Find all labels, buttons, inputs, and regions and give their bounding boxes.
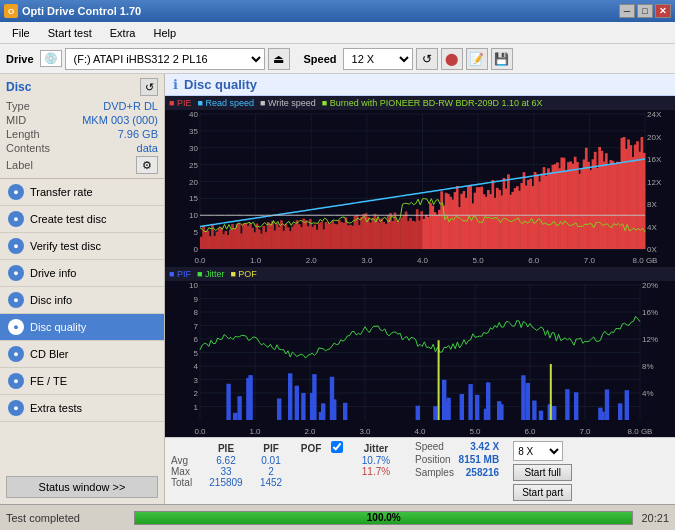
disc-erase-button[interactable]: ⬤ <box>441 48 463 70</box>
app-icon: O <box>4 4 18 18</box>
action-buttons: 8 X Start full Start part <box>513 441 572 501</box>
nav-drive-info[interactable]: ● Drive info <box>0 260 164 287</box>
header-pof: POF <box>291 441 331 455</box>
charts-main: ■ PIE ■ Read speed ■ Write speed ■ Burne… <box>165 96 675 437</box>
header-pif: PIF <box>251 441 291 455</box>
speed-key: Speed <box>415 441 444 452</box>
nav-verify-test-disc[interactable]: ● Verify test disc <box>0 233 164 260</box>
disc-write-button[interactable]: 📝 <box>466 48 488 70</box>
start-part-button[interactable]: Start part <box>513 484 572 501</box>
chart2-container <box>165 281 675 438</box>
nav-disc-info[interactable]: ● Disc info <box>0 287 164 314</box>
nav-icon-extra: ● <box>8 400 24 416</box>
speed-val: 3.42 X <box>470 441 499 452</box>
total-jitter-empty <box>331 477 351 488</box>
progress-text: 100.0% <box>135 512 632 524</box>
drive-icon-cd: 💿 <box>40 50 62 67</box>
avg-pof <box>291 455 331 466</box>
label-label: Label <box>6 159 33 171</box>
maximize-button[interactable]: □ <box>637 4 653 18</box>
nav-icon-verify: ● <box>8 238 24 254</box>
type-label: Type <box>6 100 30 112</box>
disc-title: Disc <box>6 80 31 94</box>
label-button[interactable]: ⚙ <box>136 156 158 174</box>
header-pie: PIE <box>201 441 251 455</box>
nav-fe-te[interactable]: ● FE / TE <box>0 368 164 395</box>
drive-label: Drive <box>6 53 34 65</box>
disc-save-button[interactable]: 💾 <box>491 48 513 70</box>
stats-area: PIE PIF POF Jitter Avg 6.62 <box>165 437 675 504</box>
max-pif: 2 <box>251 466 291 477</box>
status-text: Test completed <box>6 512 126 524</box>
nav-label-cd-bler: CD Bler <box>30 348 69 360</box>
legend-pif: ■ PIF <box>169 269 191 279</box>
close-button[interactable]: ✕ <box>655 4 671 18</box>
status-window-button[interactable]: Status window >> <box>6 476 158 498</box>
stats-table: PIE PIF POF Jitter Avg 6.62 <box>171 441 401 488</box>
disc-quality-header: ℹ Disc quality <box>165 74 675 96</box>
pie-chart-canvas <box>165 110 675 267</box>
total-pif: 1452 <box>251 477 291 488</box>
drive-select[interactable]: (F:) ATAPI iHBS312 2 PL16 <box>65 48 265 70</box>
menu-extra[interactable]: Extra <box>102 25 144 41</box>
nav-label-disc-info: Disc info <box>30 294 72 306</box>
total-pie: 215809 <box>201 477 251 488</box>
progress-bar-container: 100.0% <box>134 511 633 525</box>
length-value: 7.96 GB <box>118 128 158 140</box>
nav-icon-disc-quality: ● <box>8 319 24 335</box>
position-val: 8151 MB <box>459 454 500 465</box>
app-title: Opti Drive Control 1.70 <box>22 5 141 17</box>
disc-refresh-button[interactable]: ↺ <box>140 78 158 96</box>
speed-combo-select[interactable]: 8 X <box>513 441 563 461</box>
disc-quality-icon: ℹ <box>173 77 178 92</box>
max-pie: 33 <box>201 466 251 477</box>
max-pof <box>291 466 331 477</box>
minimize-button[interactable]: ─ <box>619 4 635 18</box>
disc-quality-title: Disc quality <box>184 77 257 92</box>
menu-bar: File Start test Extra Help <box>0 22 675 44</box>
nav-label-verify: Verify test disc <box>30 240 101 252</box>
avg-jitter: 10.7% <box>351 455 401 466</box>
nav-label-disc-quality: Disc quality <box>30 321 86 333</box>
avg-jitter-empty <box>331 455 351 466</box>
pif-chart-canvas <box>165 281 675 438</box>
nav-disc-quality[interactable]: ● Disc quality <box>0 314 164 341</box>
nav-icon-transfer: ● <box>8 184 24 200</box>
disc-section: Disc ↺ Type DVD+R DL MID MKM 003 (000) L… <box>0 74 164 179</box>
legend-pof: ■ POF <box>230 269 256 279</box>
nav-icon-cd-bler: ● <box>8 346 24 362</box>
nav-extra-tests[interactable]: ● Extra tests <box>0 395 164 422</box>
samples-val: 258216 <box>466 467 499 478</box>
jitter-checkbox[interactable] <box>331 441 343 453</box>
type-value: DVD+R DL <box>103 100 158 112</box>
chart2-legend: ■ PIF ■ Jitter ■ POF <box>165 267 675 281</box>
total-pof <box>291 477 331 488</box>
speed-select[interactable]: 12 X <box>343 48 413 70</box>
nav-icon-disc-info: ● <box>8 292 24 308</box>
nav-label-drive: Drive info <box>30 267 76 279</box>
nav-create-test-disc[interactable]: ● Create test disc <box>0 206 164 233</box>
nav-label-create: Create test disc <box>30 213 106 225</box>
speed-refresh-button[interactable]: ↺ <box>416 48 438 70</box>
chart1-container <box>165 110 675 267</box>
nav-label-fe-te: FE / TE <box>30 375 67 387</box>
start-full-button[interactable]: Start full <box>513 464 572 481</box>
menu-help[interactable]: Help <box>145 25 184 41</box>
menu-starttest[interactable]: Start test <box>40 25 100 41</box>
nav-icon-drive: ● <box>8 265 24 281</box>
max-jitter: 11.7% <box>351 466 401 477</box>
position-key: Position <box>415 454 451 465</box>
nav-cd-bler[interactable]: ● CD Bler <box>0 341 164 368</box>
title-bar: O Opti Drive Control 1.70 ─ □ ✕ <box>0 0 675 22</box>
eject-button[interactable]: ⏏ <box>268 48 290 70</box>
legend-readspeed: ■ Read speed <box>197 98 253 108</box>
max-jitter-empty <box>331 466 351 477</box>
mid-value: MKM 003 (000) <box>82 114 158 126</box>
nav-label-extra: Extra tests <box>30 402 82 414</box>
nav-transfer-rate[interactable]: ● Transfer rate <box>0 179 164 206</box>
avg-pie: 6.62 <box>201 455 251 466</box>
samples-key: Samples <box>415 467 454 478</box>
header-jitter: Jitter <box>351 441 401 455</box>
nav-icon-fe-te: ● <box>8 373 24 389</box>
menu-file[interactable]: File <box>4 25 38 41</box>
